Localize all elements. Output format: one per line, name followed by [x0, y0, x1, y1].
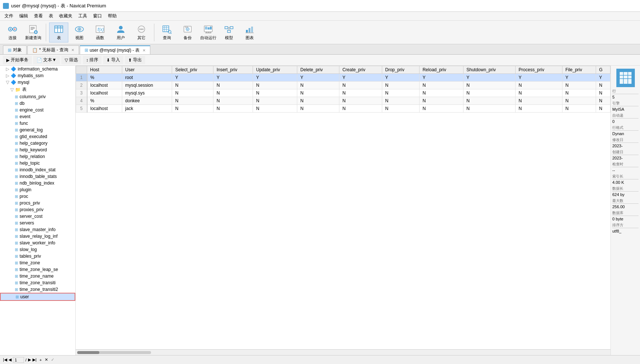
cell-host[interactable]: localhost: [87, 89, 122, 97]
status-add-row[interactable]: +: [40, 358, 42, 362]
sidebar-item-information-schema[interactable]: ▷ 🔷 information_schema: [0, 66, 75, 72]
cell-create-priv[interactable]: N: [339, 97, 382, 105]
tab-table-close[interactable]: ✕: [143, 48, 146, 52]
sidebar-item-help-keyword[interactable]: ⊞ help_keyword: [0, 147, 75, 153]
toolbar-new-query-btn[interactable]: 新建查询: [24, 23, 43, 42]
cell-reload-priv[interactable]: N: [420, 89, 463, 97]
col-select-priv[interactable]: Select_priv: [172, 66, 213, 74]
cell-file-priv[interactable]: N: [562, 105, 596, 113]
sidebar-item-ndb-binlog[interactable]: ⊞ ndb_binlog_index: [0, 180, 75, 186]
cell-rownum[interactable]: 2: [76, 82, 87, 89]
toolbar-function-btn[interactable]: f(x) 函数: [90, 23, 110, 42]
sidebar-item-time-zone-name[interactable]: ⊞ time_zone_name: [0, 273, 75, 279]
cell-file-priv[interactable]: N: [562, 82, 596, 89]
text-btn[interactable]: 📄 文本▼: [33, 56, 60, 64]
toolbar-other-btn[interactable]: 其它: [132, 23, 151, 42]
sidebar-item-help-topic[interactable]: ⊞ help_topic: [0, 160, 75, 166]
menu-help[interactable]: 帮助: [105, 12, 120, 20]
cell-drop-priv[interactable]: N: [382, 97, 420, 105]
cell-process-priv[interactable]: N: [516, 82, 562, 89]
menu-file[interactable]: 文件: [1, 12, 16, 20]
cell-file-priv[interactable]: Y: [562, 74, 596, 82]
menu-tools[interactable]: 工具: [75, 12, 90, 20]
sidebar-item-servers[interactable]: ⊞ servers: [0, 220, 75, 226]
col-reload-priv[interactable]: Reload_priv: [420, 66, 463, 74]
cell-shutdown-priv[interactable]: N: [463, 105, 516, 113]
menu-view[interactable]: 查看: [31, 12, 46, 20]
cell-g[interactable]: Y: [596, 74, 610, 82]
nav-next-btn[interactable]: ▶|: [32, 357, 37, 362]
cell-delete-priv[interactable]: N: [297, 105, 339, 113]
cell-delete-priv[interactable]: N: [297, 89, 339, 97]
horizontal-scrollbar[interactable]: [76, 349, 610, 355]
sidebar-item-innodb-index-stat[interactable]: ⊞ innodb_index_stat: [0, 166, 75, 173]
cell-update-priv[interactable]: N: [253, 105, 297, 113]
cell-update-priv[interactable]: N: [253, 97, 297, 105]
tab-query-close[interactable]: ✕: [71, 48, 74, 52]
import-btn[interactable]: ⬇ 导入: [103, 56, 123, 64]
sidebar-item-mybatis-ssm[interactable]: ▷ 🔷 mybatis_ssm: [0, 72, 75, 79]
cell-process-priv[interactable]: N: [516, 89, 562, 97]
cell-shutdown-priv[interactable]: N: [463, 82, 516, 89]
sidebar-item-gtid-executed[interactable]: ⊞ gtid_executed: [0, 133, 75, 140]
toolbar-table-btn[interactable]: 表: [49, 23, 68, 42]
col-create-priv[interactable]: Create_priv: [339, 66, 382, 74]
nav-next-page-btn[interactable]: ▶: [28, 357, 31, 362]
cell-insert-priv[interactable]: N: [213, 97, 253, 105]
cell-g[interactable]: N: [596, 89, 610, 97]
sidebar-item-columns-priv[interactable]: ⊞ columns_priv: [0, 93, 75, 100]
cell-reload-priv[interactable]: N: [420, 105, 463, 113]
cell-rownum[interactable]: 1: [76, 74, 87, 82]
cell-drop-priv[interactable]: Y: [382, 74, 420, 82]
cell-insert-priv[interactable]: Y: [213, 74, 253, 82]
table-row[interactable]: 2localhostmysql.sessionNNNNNNNNNNN: [76, 82, 610, 89]
nav-row-input[interactable]: 1: [13, 357, 24, 363]
cell-g[interactable]: N: [596, 105, 610, 113]
cell-g[interactable]: N: [596, 82, 610, 89]
toolbar-connect-btn[interactable]: 连接: [3, 23, 22, 42]
col-insert-priv[interactable]: Insert_priv: [213, 66, 253, 74]
cell-drop-priv[interactable]: N: [382, 82, 420, 89]
toolbar-backup-btn[interactable]: 备份: [178, 23, 197, 42]
sidebar-item-proc[interactable]: ⊞ proc: [0, 193, 75, 200]
cell-create-priv[interactable]: N: [339, 105, 382, 113]
sidebar-item-slow-log[interactable]: ⊞ slow_log: [0, 246, 75, 253]
cell-create-priv[interactable]: Y: [339, 74, 382, 82]
sidebar-item-slave-master[interactable]: ⊞ slave_master_info: [0, 226, 75, 233]
data-table-wrapper[interactable]: Host User Select_priv Insert_priv Update…: [76, 66, 610, 349]
cell-select-priv[interactable]: N: [172, 82, 213, 89]
sidebar-item-tables-priv[interactable]: ⊞ tables_priv: [0, 253, 75, 260]
filter-btn[interactable]: ▽ 筛选: [61, 56, 81, 64]
cell-select-priv[interactable]: N: [172, 105, 213, 113]
cell-shutdown-priv[interactable]: N: [463, 97, 516, 105]
sidebar-item-time-zone-transition2[interactable]: ⊞ time_zone_transiti2: [0, 286, 75, 293]
export-btn[interactable]: ⬆ 导出: [125, 56, 145, 64]
col-shutdown-priv[interactable]: Shutdown_priv: [463, 66, 516, 74]
sidebar-item-tables-folder[interactable]: ▽ 📁 表: [0, 86, 75, 93]
cell-rownum[interactable]: 4: [76, 97, 87, 105]
sidebar-item-event[interactable]: ⊞ event: [0, 113, 75, 120]
sidebar-item-procs-priv[interactable]: ⊞ procs_priv: [0, 200, 75, 206]
cell-reload-priv[interactable]: N: [420, 97, 463, 105]
sidebar-item-innodb-table-stats[interactable]: ⊞ innodb_table_stats: [0, 173, 75, 180]
cell-rownum[interactable]: 5: [76, 105, 87, 113]
table-row[interactable]: 4%donkeeNNNNNNNNNNN: [76, 97, 610, 105]
toolbar-model-btn[interactable]: 模型: [219, 23, 239, 42]
tab-untitled-query[interactable]: 📋 * 无标题 - 查询 ✕: [27, 45, 79, 54]
cell-update-priv[interactable]: Y: [253, 74, 297, 82]
sidebar-item-time-zone-transition1[interactable]: ⊞ time_zone_transiti: [0, 279, 75, 286]
col-rownum[interactable]: [76, 66, 87, 74]
cell-host[interactable]: localhost: [87, 82, 122, 89]
toolbar-view-btn[interactable]: 视图: [70, 23, 89, 42]
sidebar-item-help-relation[interactable]: ⊞ help_relation: [0, 153, 75, 160]
cell-shutdown-priv[interactable]: N: [463, 89, 516, 97]
cell-rownum[interactable]: 3: [76, 89, 87, 97]
toolbar-autorun-btn[interactable]: 自动运行: [199, 23, 218, 42]
cell-host[interactable]: %: [87, 74, 122, 82]
cell-create-priv[interactable]: N: [339, 82, 382, 89]
tab-object[interactable]: ⊞ 对象: [3, 45, 27, 54]
cell-delete-priv[interactable]: N: [297, 97, 339, 105]
menu-favorites[interactable]: 收藏夹: [56, 12, 75, 20]
cell-shutdown-priv[interactable]: Y: [463, 74, 516, 82]
sidebar-item-proxies-priv[interactable]: ⊞ proxies_priv: [0, 206, 75, 213]
